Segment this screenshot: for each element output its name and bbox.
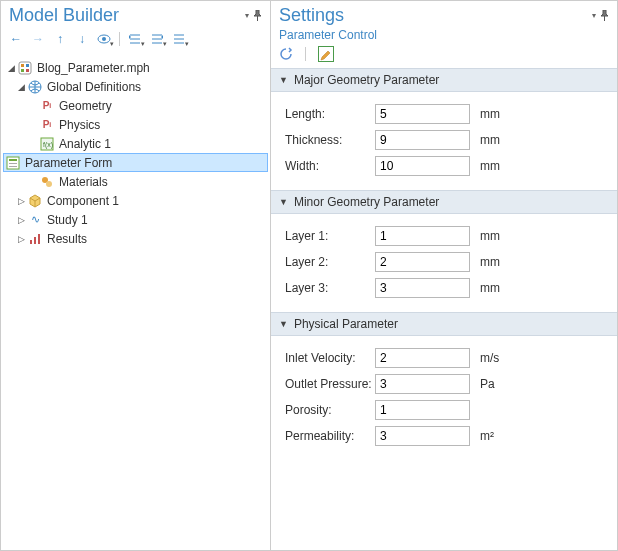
collapse-icon: ▼ xyxy=(279,197,288,207)
tree-label: Global Definitions xyxy=(47,80,141,94)
form-label: Outlet Pressure: xyxy=(285,377,375,391)
tree-label: Materials xyxy=(59,175,108,189)
section-header-minor[interactable]: ▼ Minor Geometry Parameter xyxy=(271,190,617,214)
layer3-input[interactable] xyxy=(375,278,470,298)
section-body-major: Length: mm Thickness: mm Width: mm xyxy=(271,92,617,190)
expand-toggle[interactable]: ◢ xyxy=(15,82,27,92)
expand-button[interactable]: ▾ xyxy=(148,30,166,48)
tree-label: Blog_Parameter.mph xyxy=(37,61,150,75)
expand-toggle[interactable]: ▷ xyxy=(15,215,27,225)
form-icon xyxy=(5,155,21,171)
section-body-physical: Inlet Velocity: m/s Outlet Pressure: Pa … xyxy=(271,336,617,460)
tree-component[interactable]: ▷ Component 1 xyxy=(3,191,268,210)
expand-toggle[interactable]: ▷ xyxy=(15,234,27,244)
tree-results[interactable]: ▷ Results xyxy=(3,229,268,248)
form-row: Layer 2: mm xyxy=(285,252,603,272)
pi-icon: Pi xyxy=(39,98,55,114)
form-label: Width: xyxy=(285,159,375,173)
permeability-input[interactable] xyxy=(375,426,470,446)
tree-label: Parameter Form xyxy=(25,156,112,170)
form-label: Inlet Velocity: xyxy=(285,351,375,365)
width-input[interactable] xyxy=(375,156,470,176)
dropdown-icon[interactable]: ▾ xyxy=(592,11,596,20)
svg-rect-3 xyxy=(21,64,24,67)
refresh-button[interactable] xyxy=(279,47,293,61)
collapse-icon: ▼ xyxy=(279,75,288,85)
thickness-input[interactable] xyxy=(375,130,470,150)
form-unit: Pa xyxy=(480,377,495,391)
globe-icon xyxy=(27,79,43,95)
tree-parameter-form[interactable]: Parameter Form xyxy=(3,153,268,172)
section-title: Minor Geometry Parameter xyxy=(294,195,439,209)
length-input[interactable] xyxy=(375,104,470,124)
form-row: Layer 3: mm xyxy=(285,278,603,298)
form-label: Layer 2: xyxy=(285,255,375,269)
results-icon xyxy=(27,231,43,247)
form-label: Porosity: xyxy=(285,403,375,417)
form-unit: mm xyxy=(480,107,500,121)
form-unit: mm xyxy=(480,229,500,243)
form-label: Layer 3: xyxy=(285,281,375,295)
pin-icon[interactable] xyxy=(253,10,262,21)
svg-rect-11 xyxy=(9,159,17,161)
expand-toggle[interactable]: ▷ xyxy=(15,196,27,206)
svg-rect-16 xyxy=(30,240,32,244)
svg-rect-6 xyxy=(26,69,29,72)
tree-physics[interactable]: Pi Physics xyxy=(3,115,268,134)
form-row: Layer 1: mm xyxy=(285,226,603,246)
layer1-input[interactable] xyxy=(375,226,470,246)
model-builder-title: Model Builder xyxy=(9,5,245,26)
model-builder-panel: Model Builder ▾ ← → ↑ ↓ ▾ ▾ ▾ ▾ xyxy=(1,1,271,550)
component-icon xyxy=(27,193,43,209)
down-button[interactable]: ↓ xyxy=(73,30,91,48)
svg-rect-17 xyxy=(34,237,36,244)
svg-rect-2 xyxy=(19,62,31,74)
svg-rect-12 xyxy=(9,163,17,164)
form-unit: mm xyxy=(480,281,500,295)
pin-icon[interactable] xyxy=(600,10,609,21)
tree-label: Study 1 xyxy=(47,213,88,227)
model-builder-title-bar: Model Builder ▾ xyxy=(1,1,270,28)
tree-label: Analytic 1 xyxy=(59,137,111,151)
section-title: Major Geometry Parameter xyxy=(294,73,439,87)
tree-geometry[interactable]: Pi Geometry xyxy=(3,96,268,115)
expand-toggle[interactable]: ◢ xyxy=(5,63,17,73)
edit-button[interactable] xyxy=(318,46,334,62)
form-label: Layer 1: xyxy=(285,229,375,243)
form-row: Width: mm xyxy=(285,156,603,176)
tree-global-definitions[interactable]: ◢ Global Definitions xyxy=(3,77,268,96)
form-unit: mm xyxy=(480,255,500,269)
form-row: Length: mm xyxy=(285,104,603,124)
section-header-major[interactable]: ▼ Major Geometry Parameter xyxy=(271,68,617,92)
form-label: Permeability: xyxy=(285,429,375,443)
tree-label: Geometry xyxy=(59,99,112,113)
list-button[interactable]: ▾ xyxy=(170,30,188,48)
back-button[interactable]: ← xyxy=(7,30,25,48)
svg-rect-4 xyxy=(26,64,29,67)
settings-toolbar xyxy=(271,44,617,68)
up-button[interactable]: ↑ xyxy=(51,30,69,48)
inlet-velocity-input[interactable] xyxy=(375,348,470,368)
layer2-input[interactable] xyxy=(375,252,470,272)
tree-label: Component 1 xyxy=(47,194,119,208)
tree-analytic[interactable]: f(x) Analytic 1 xyxy=(3,134,268,153)
tree-label: Physics xyxy=(59,118,100,132)
porosity-input[interactable] xyxy=(375,400,470,420)
svg-point-1 xyxy=(102,37,106,41)
function-icon: f(x) xyxy=(39,136,55,152)
tree-study[interactable]: ▷ ∿ Study 1 xyxy=(3,210,268,229)
outlet-pressure-input[interactable] xyxy=(375,374,470,394)
form-row: Porosity: xyxy=(285,400,603,420)
tree-root[interactable]: ◢ Blog_Parameter.mph xyxy=(3,58,268,77)
dropdown-icon[interactable]: ▾ xyxy=(245,11,249,20)
svg-rect-18 xyxy=(38,234,40,244)
forward-button[interactable]: → xyxy=(29,30,47,48)
tree-materials[interactable]: Materials xyxy=(3,172,268,191)
svg-rect-5 xyxy=(21,69,24,72)
collapse-button[interactable]: ▾ xyxy=(126,30,144,48)
section-header-physical[interactable]: ▼ Physical Parameter xyxy=(271,312,617,336)
materials-icon xyxy=(39,174,55,190)
settings-subtitle: Parameter Control xyxy=(271,28,617,44)
form-row: Inlet Velocity: m/s xyxy=(285,348,603,368)
show-button[interactable]: ▾ xyxy=(95,30,113,48)
